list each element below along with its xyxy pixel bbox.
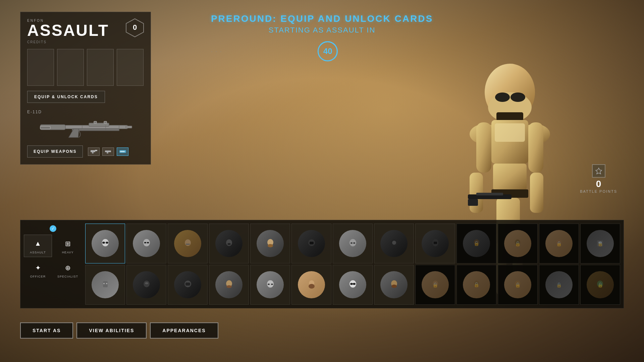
officer-icon: ✦ <box>32 262 44 274</box>
char-avatar-23[interactable]: 🔒 <box>457 265 496 305</box>
tab-officer[interactable]: ✦ OFFICER <box>24 259 52 281</box>
char-avatar-11[interactable]: 🔒 <box>498 224 538 263</box>
lock-icon-11: 🔒 <box>498 224 537 263</box>
svg-point-70 <box>103 283 105 284</box>
svg-rect-47 <box>147 242 149 243</box>
lock-icon-24: 🔒 <box>498 265 537 304</box>
pistol-icon <box>90 149 98 154</box>
svg-rect-14 <box>530 173 543 213</box>
check-icon: ✓ <box>51 226 55 231</box>
card-slot-2[interactable] <box>57 49 84 86</box>
equip-weapons-button[interactable]: EQUIP WEAPONS <box>27 145 83 158</box>
equip-weapons-row: EQUIP WEAPONS <box>27 145 144 158</box>
svg-point-43 <box>102 242 105 244</box>
char-avatar-12[interactable]: 🔒 <box>539 224 579 263</box>
svg-rect-55 <box>310 242 314 244</box>
char-avatar-21[interactable] <box>374 265 414 305</box>
card-slot-1[interactable] <box>27 49 54 86</box>
svg-rect-37 <box>105 150 111 152</box>
char-avatar-24[interactable]: 🔒 <box>498 265 538 305</box>
char-avatar-10[interactable]: 🔒 <box>457 224 496 263</box>
svg-rect-26 <box>94 121 97 123</box>
selected-indicator: ✓ <box>50 225 56 232</box>
preround-title: PREROUND: EQUIP AND UNLOCK CARDS <box>211 13 433 24</box>
tab-specialist[interactable]: ⊕ SPECIALIST <box>54 259 82 281</box>
countdown-timer: 40 <box>318 41 338 61</box>
svg-point-60 <box>392 241 396 245</box>
char-avatar-2[interactable] <box>126 224 166 263</box>
svg-rect-46 <box>144 242 146 243</box>
class-tabs: ✓ ▲ ASSAULT ⊞ HEAVY ✦ OFFICER ⊕ SPECIALI… <box>24 224 85 305</box>
assault-icon: ▲ <box>32 238 44 249</box>
svg-rect-9 <box>493 164 527 190</box>
start-as-button[interactable]: START AS <box>20 322 73 339</box>
char-avatar-26[interactable]: 🔒 <box>580 265 620 305</box>
svg-point-71 <box>106 283 107 284</box>
score-value: 0 <box>133 23 137 32</box>
svg-rect-30 <box>126 126 132 128</box>
svg-rect-27 <box>104 121 107 123</box>
cards-grid <box>27 49 144 86</box>
svg-point-82 <box>309 284 315 289</box>
character-grid: 🔒 🔒 🔒 🔒 <box>85 224 620 305</box>
char-avatar-14[interactable] <box>85 265 125 305</box>
svg-point-3 <box>511 93 525 102</box>
bp-label: BATTLE POINTS <box>580 189 617 193</box>
weapon-alt-3[interactable] <box>117 147 128 156</box>
appearances-button[interactable]: APPEARANCES <box>150 322 218 339</box>
char-avatar-7[interactable] <box>333 224 373 263</box>
char-avatar-20[interactable] <box>333 265 373 305</box>
svg-rect-49 <box>186 244 190 245</box>
equip-cards-button[interactable]: EQUIP & UNLOCK CARDS <box>27 91 105 103</box>
lock-icon-25: 🔒 <box>539 265 579 304</box>
tab-assault[interactable]: ▲ ASSAULT <box>24 235 52 257</box>
svg-point-53 <box>268 244 273 247</box>
card-slot-4[interactable] <box>117 49 144 86</box>
svg-point-79 <box>268 284 270 285</box>
weapon-alt-1[interactable] <box>88 147 100 156</box>
hex-badge-svg: 0 <box>125 18 145 38</box>
weapon-selected-icon <box>119 149 126 154</box>
char-avatar-25[interactable]: 🔒 <box>539 265 579 305</box>
svg-rect-38 <box>107 152 108 154</box>
char-avatar-9[interactable] <box>415 224 455 263</box>
card-slot-3[interactable] <box>87 49 114 86</box>
svg-point-48 <box>185 239 191 246</box>
svg-point-2 <box>495 93 510 102</box>
lock-icon-23: 🔒 <box>457 265 496 304</box>
char-avatar-15[interactable] <box>126 265 166 305</box>
char-avatar-8[interactable] <box>374 224 414 263</box>
char-avatar-4[interactable] <box>209 224 249 263</box>
rifle-svg <box>39 118 132 140</box>
svg-point-85 <box>353 283 356 285</box>
char-avatar-18[interactable] <box>250 265 290 305</box>
svg-rect-40 <box>120 151 125 152</box>
view-abilities-button[interactable]: VIEW ABILITIES <box>76 322 147 339</box>
svg-point-84 <box>350 283 353 285</box>
svg-rect-11 <box>476 122 491 173</box>
top-banner: PREROUND: EQUIP AND UNLOCK CARDS STARTIN… <box>211 13 433 63</box>
svg-rect-29 <box>40 126 50 129</box>
tab-heavy[interactable]: ⊞ HEAVY <box>54 235 82 257</box>
svg-rect-21 <box>468 199 478 206</box>
char-avatar-17[interactable] <box>209 265 249 305</box>
char-avatar-3[interactable] <box>168 224 208 263</box>
char-avatar-22[interactable]: 🔒 <box>415 265 455 305</box>
svg-marker-41 <box>596 168 602 174</box>
char-avatar-16[interactable] <box>168 265 208 305</box>
svg-point-80 <box>271 284 273 285</box>
char-avatar-1[interactable] <box>85 224 125 263</box>
char-avatar-19[interactable] <box>291 265 331 305</box>
char-avatar-5[interactable] <box>250 224 290 263</box>
bottom-actions: START AS VIEW ABILITIES APPEARANCES <box>20 322 218 339</box>
char-avatar-13[interactable]: 🔒 <box>580 224 620 263</box>
specialist-label: SPECIALIST <box>57 275 78 278</box>
weapon-alt-2[interactable] <box>102 147 114 156</box>
countdown-dots: · · · <box>211 49 222 54</box>
score-badge-container: 0 <box>125 18 145 39</box>
specialist-icon: ⊕ <box>62 262 74 274</box>
character-selector: ✓ ▲ ASSAULT ⊞ HEAVY ✦ OFFICER ⊕ SPECIALI… <box>20 220 624 308</box>
heavy-label: HEAVY <box>62 251 74 254</box>
char-avatar-6[interactable] <box>291 224 331 263</box>
svg-rect-8 <box>495 123 525 142</box>
